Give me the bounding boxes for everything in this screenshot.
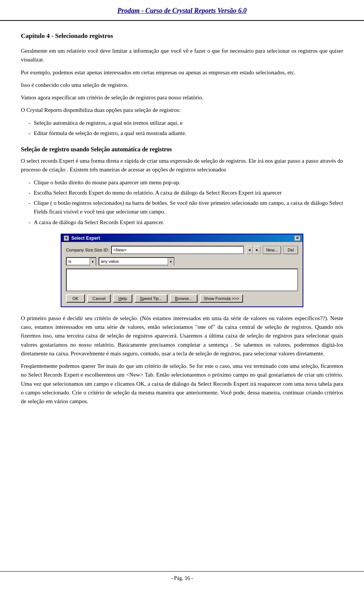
page-footer: - Pág. 16 - bbox=[0, 571, 364, 581]
section-title-1: Seleção de registro usando Seleção autom… bbox=[21, 146, 343, 153]
show-formula-button[interactable]: Show Formula >>> bbox=[200, 294, 243, 303]
step-3: Clique ( o botão registros selecionados)… bbox=[28, 199, 343, 217]
dialog-empty-area bbox=[66, 269, 298, 291]
field-value-box: <New> bbox=[111, 246, 244, 254]
field-label: Company Size.Size ID: bbox=[66, 248, 109, 252]
browse-rest: rowse... bbox=[178, 296, 193, 301]
paragraph-1: Geralmente em um relatório você deve lim… bbox=[21, 47, 343, 64]
browse-underline: B bbox=[175, 296, 178, 301]
page-header: Prodam - Curso de Crystal Reports Versão… bbox=[0, 0, 364, 21]
anyvalue-combo-text: any value. bbox=[99, 258, 168, 265]
nav-group: ◄ ► bbox=[246, 246, 260, 254]
steps-list: Clique o botão direito do mouse para apa… bbox=[28, 178, 343, 227]
new-button[interactable]: New... bbox=[263, 246, 281, 254]
step-4: A caixa de diálogo da Select Records Exp… bbox=[28, 218, 343, 227]
list-item-2: Editar fórmula de seleção de registro, a… bbox=[28, 129, 343, 138]
speed-tip-button[interactable]: Speed Tip... bbox=[135, 294, 168, 303]
paragraph-3: Isso é conhecido colo uma seleção de reg… bbox=[21, 81, 343, 90]
paragraph-7: O primeiro passo é decidir seu critério … bbox=[21, 314, 343, 358]
help-rest: elp bbox=[121, 296, 127, 301]
dialog-body: Company Size.Size ID: <New> ◄ ► New... D… bbox=[61, 242, 303, 306]
del-button[interactable]: Del bbox=[283, 246, 298, 254]
dialog-close-button[interactable]: ✕ bbox=[294, 236, 300, 241]
list-item-1: Seleção automática de registros, a qual … bbox=[28, 119, 343, 127]
page-title: Prodam - Curso de Crystal Reports Versão… bbox=[117, 7, 246, 14]
paragraph-6: O select records Expert é uma forma dire… bbox=[21, 157, 343, 174]
is-combo-text: is bbox=[67, 258, 89, 265]
nav-right-button[interactable]: ► bbox=[254, 246, 260, 254]
is-combo-arrow[interactable]: ▼ bbox=[89, 258, 96, 266]
help-underline: H bbox=[118, 296, 121, 301]
ok-button[interactable]: OK bbox=[66, 294, 85, 303]
anyvalue-combo-arrow[interactable]: ▼ bbox=[168, 258, 174, 266]
nav-left-button[interactable]: ◄ bbox=[246, 246, 253, 254]
field-value-text: <New> bbox=[113, 248, 127, 252]
dialog-titlebar: ✦ Select Expert ✕ bbox=[61, 234, 303, 242]
paragraph-2: Por exemplo, podemos estar apenas intere… bbox=[21, 68, 343, 77]
dialog-title-text: Select Expert bbox=[71, 236, 100, 241]
select-expert-dialog: ✦ Select Expert ✕ Company Size.Size ID: … bbox=[61, 234, 303, 307]
dialog-row1: Company Size.Size ID: <New> ◄ ► New... D… bbox=[66, 246, 298, 254]
cancel-button[interactable]: Cancel bbox=[87, 294, 111, 303]
dialog-titlebar-left: ✦ Select Expert bbox=[64, 236, 100, 241]
dialog-wrapper: ✦ Select Expert ✕ Company Size.Size ID: … bbox=[21, 234, 343, 307]
is-combo[interactable]: is ▼ bbox=[66, 257, 96, 265]
main-content: Capítulo 4 - Selecionado registros Geral… bbox=[0, 21, 364, 432]
paragraph-5: O Crystal Reports disponibiliza duas opç… bbox=[21, 106, 343, 115]
paragraph-4: Vamos agora especificar um critério de s… bbox=[21, 93, 343, 102]
options-list: Seleção automática de registros, a qual … bbox=[28, 119, 343, 138]
speed-rest: peed Tip... bbox=[143, 296, 162, 301]
dialog-title-icon: ✦ bbox=[64, 236, 69, 241]
step-1: Clique o botão direito do mouse para apa… bbox=[28, 178, 343, 187]
help-button[interactable]: Help bbox=[113, 294, 132, 303]
step-2: Escolha Select Records Expert do menu do… bbox=[28, 188, 343, 197]
paragraph-8: Freqüentemente podemos querer Ter mais d… bbox=[21, 362, 343, 406]
page-container: Prodam - Curso de Crystal Reports Versão… bbox=[0, 0, 364, 589]
footer-text: - Pág. 16 - bbox=[171, 575, 193, 581]
dialog-row2: is ▼ any value. ▼ bbox=[66, 257, 298, 265]
dialog-buttons: OK Cancel Help Speed Tip... Browse... Sh… bbox=[66, 294, 298, 303]
chapter-title: Capítulo 4 - Selecionado registros bbox=[21, 32, 343, 40]
browse-button[interactable]: Browse... bbox=[170, 294, 198, 303]
anyvalue-combo[interactable]: any value. ▼ bbox=[99, 257, 174, 265]
